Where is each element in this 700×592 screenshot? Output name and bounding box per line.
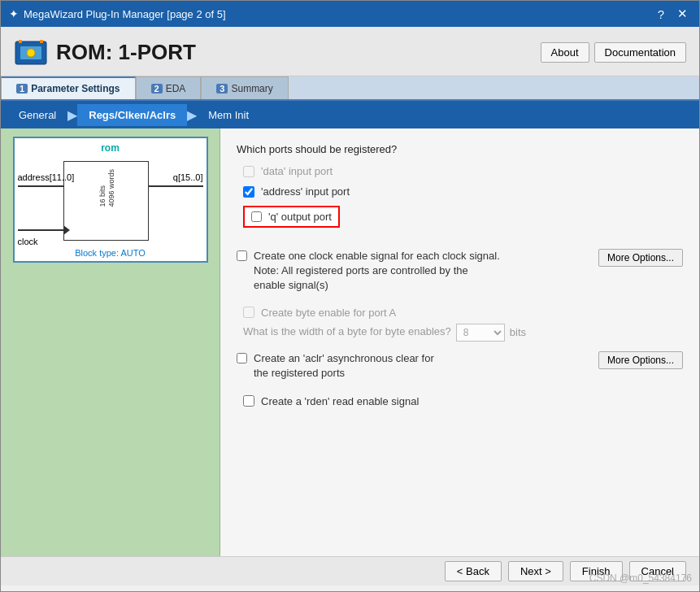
aclr-row: Create an 'aclr' asynchronous clear for … (237, 351, 683, 387)
data-port-label: 'data' input port (261, 165, 333, 177)
byte-width-row: What is the width of a byte for byte ena… (237, 324, 683, 342)
svg-rect-4 (40, 40, 43, 43)
header-title: ROM: 1-PORT (14, 35, 196, 69)
title-bar-controls: ? ✕ (654, 7, 691, 21)
address-port-label: 'address' input port (261, 185, 350, 198)
tab-summary[interactable]: 3 Summary (201, 76, 288, 99)
sub-tab-regs[interactable]: Regs/Clken/Aclrs (77, 104, 187, 126)
clock-enable-group: Create one clock enable signal for each … (237, 249, 500, 294)
byte-enable-label: Create byte enable for port A (261, 307, 396, 319)
title-bar-left: ✦ MegaWizard Plug-In Manager [page 2 of … (9, 7, 226, 20)
tab-num-1: 1 (16, 84, 28, 94)
sub-tab-general[interactable]: General (7, 104, 67, 126)
aclr-checkbox[interactable] (237, 353, 247, 363)
clock-enable-text: Create one clock enable signal for each … (254, 249, 500, 294)
main-content: rom address[11..0] q[15..0] clock 16 bit… (1, 128, 699, 556)
sub-tab-regs-label: Regs/Clken/Aclrs (89, 109, 176, 121)
watermark: CSDN @m0_54384176 (589, 572, 692, 584)
header-buttons: About Documentation (541, 42, 686, 63)
byte-width-select[interactable]: 8 (456, 324, 505, 342)
svg-point-2 (27, 49, 35, 57)
page-title: ROM: 1-PORT (56, 40, 196, 65)
diagram-title: rom (15, 142, 207, 154)
bits-unit-label: bits (510, 326, 526, 338)
q-port-label: q[15..0] (173, 172, 203, 182)
sub-tab-general-label: General (19, 109, 56, 121)
about-button[interactable]: About (541, 42, 589, 63)
byte-width-label: What is the width of a byte for byte ena… (243, 324, 451, 339)
byte-enable-checkbox[interactable] (243, 307, 254, 318)
rden-row: Create a 'rden' read enable signal (237, 395, 683, 407)
data-port-checkbox[interactable] (243, 166, 254, 177)
aclr-line1: Create an 'aclr' asynchronous clear for (254, 351, 434, 366)
clock-triangle (63, 225, 70, 235)
address-port-label: address[11..0] (18, 172, 75, 182)
rden-checkbox[interactable] (243, 395, 254, 407)
tab-label-1: Parameter Settings (31, 83, 120, 94)
data-port-row: 'data' input port (237, 165, 683, 177)
address-line (18, 185, 64, 187)
clock-line (18, 229, 64, 231)
byte-enable-row: Create byte enable for port A (237, 307, 683, 319)
aclr-text: Create an 'aclr' asynchronous clear for … (254, 351, 434, 381)
rden-label: Create a 'rden' read enable signal (261, 395, 419, 407)
q-port-label: 'q' output port (268, 211, 332, 223)
aclr-line2: the registered ports (254, 366, 434, 381)
arrow-icon-2: ▶ (187, 107, 197, 123)
q-port-checkbox[interactable] (251, 211, 262, 222)
rom-icon (14, 35, 48, 69)
clock-enable-line1: Create one clock enable signal for each … (254, 249, 500, 263)
next-button[interactable]: Next > (508, 561, 563, 581)
clock-enable-checkbox[interactable] (237, 250, 247, 261)
back-button[interactable]: < Back (445, 561, 502, 581)
documentation-button[interactable]: Documentation (594, 42, 686, 63)
clock-enable-line2: Note: All registered ports are controlle… (254, 263, 500, 278)
svg-rect-3 (19, 40, 22, 43)
clock-enable-more-button[interactable]: More Options... (598, 249, 683, 267)
clock-port-label: clock (18, 237, 38, 246)
app-icon: ✦ (9, 7, 19, 20)
q-port-highlighted-row: 'q' output port (243, 206, 340, 228)
header-area: ROM: 1-PORT About Documentation (1, 27, 699, 76)
sub-tab-mem-init-label: Mem Init (208, 109, 249, 121)
address-port-row: 'address' input port (237, 185, 683, 198)
q-port-container: 'q' output port (237, 206, 683, 237)
tab-label-2: EDA (166, 83, 186, 94)
tabs-row: 1 Parameter Settings 2 EDA 3 Summary (1, 76, 699, 101)
sub-tabs-row: General ▶ Regs/Clken/Aclrs ▶ Mem Init (1, 101, 699, 128)
clock-enable-line3: enable signal(s) (254, 278, 500, 293)
sub-tab-mem-init[interactable]: Mem Init (197, 104, 260, 126)
left-panel: rom address[11..0] q[15..0] clock 16 bit… (1, 128, 220, 556)
tab-label-3: Summary (231, 83, 272, 94)
window-title: MegaWizard Plug-In Manager [page 2 of 5] (24, 8, 226, 20)
address-port-checkbox[interactable] (243, 186, 254, 198)
right-panel: Which ports should be registered? 'data'… (220, 128, 699, 556)
aclr-group: Create an 'aclr' asynchronous clear for … (237, 351, 434, 381)
tab-num-2: 2 (151, 84, 163, 94)
title-bar: ✦ MegaWizard Plug-In Manager [page 2 of … (1, 1, 699, 27)
q-line (148, 185, 203, 187)
bits-label: 16 bits4096 words (98, 169, 116, 207)
tab-parameter-settings[interactable]: 1 Parameter Settings (1, 76, 136, 99)
block-type-label: Block type: AUTO (15, 248, 207, 258)
clock-enable-row: Create one clock enable signal for each … (237, 249, 683, 300)
close-button[interactable]: ✕ (674, 7, 691, 21)
section-title: Which ports should be registered? (237, 143, 683, 155)
rom-diagram: rom address[11..0] q[15..0] clock 16 bit… (13, 137, 208, 263)
help-button[interactable]: ? (654, 7, 667, 21)
tab-num-3: 3 (216, 84, 228, 94)
aclr-more-button[interactable]: More Options... (598, 351, 683, 369)
arrow-icon-1: ▶ (67, 107, 77, 123)
tab-eda[interactable]: 2 EDA (136, 76, 202, 99)
